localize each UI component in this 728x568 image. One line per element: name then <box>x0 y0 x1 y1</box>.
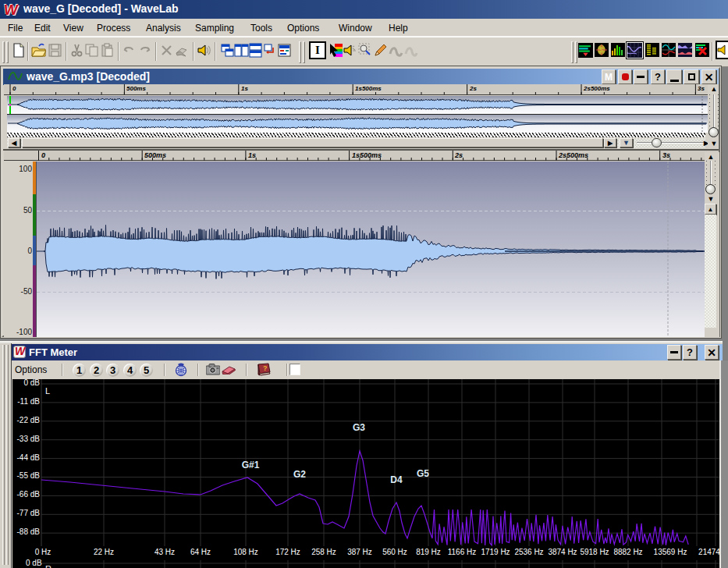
svg-text:?: ? <box>263 364 268 372</box>
svg-text:$: $ <box>599 46 603 54</box>
